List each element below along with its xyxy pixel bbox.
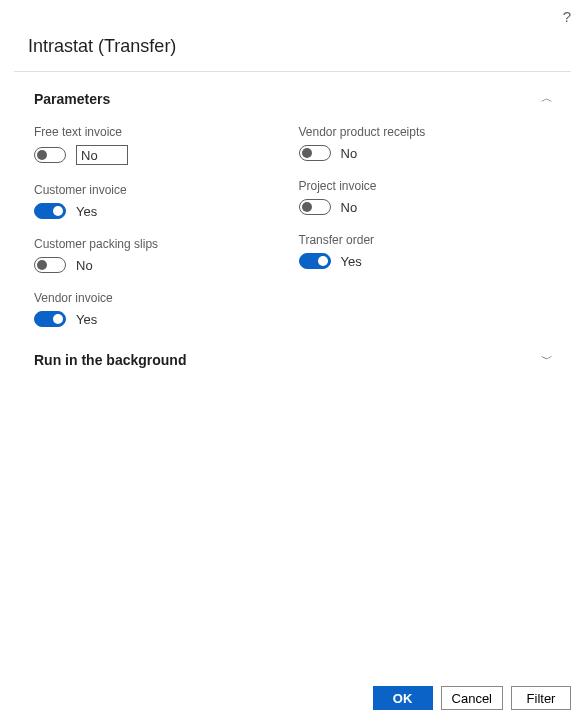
help-icon[interactable]: ? [563, 8, 571, 25]
toggle-vendor-product-receipts[interactable] [299, 145, 331, 161]
parameters-section: Parameters ︿ Free text invoice Customer … [0, 82, 585, 343]
value-project-invoice: No [341, 200, 358, 215]
dialog-footer: OK Cancel Filter [373, 680, 585, 714]
parameters-body: Free text invoice Customer invoice Yes C… [28, 115, 557, 343]
value-vendor-product-receipts: No [341, 146, 358, 161]
chevron-up-icon: ︿ [541, 90, 553, 107]
filter-button[interactable]: Filter [511, 686, 571, 710]
field-free-text-invoice: Free text invoice [34, 125, 287, 165]
toggle-vendor-invoice[interactable] [34, 311, 66, 327]
dialog-title: Intrastat (Transfer) [0, 0, 585, 71]
toggle-customer-invoice[interactable] [34, 203, 66, 219]
label-vendor-invoice: Vendor invoice [34, 291, 287, 305]
parameters-column-right: Vendor product receipts No Project invoi… [299, 125, 552, 327]
parameters-header[interactable]: Parameters ︿ [28, 82, 557, 115]
label-vendor-product-receipts: Vendor product receipts [299, 125, 552, 139]
label-project-invoice: Project invoice [299, 179, 552, 193]
parameters-title: Parameters [34, 91, 110, 107]
label-customer-packing-slips: Customer packing slips [34, 237, 287, 251]
label-transfer-order: Transfer order [299, 233, 552, 247]
run-in-background-title: Run in the background [34, 352, 186, 368]
input-free-text-invoice[interactable] [76, 145, 128, 165]
ok-button[interactable]: OK [373, 686, 433, 710]
field-customer-packing-slips: Customer packing slips No [34, 237, 287, 273]
chevron-down-icon: ﹀ [541, 351, 553, 368]
toggle-customer-packing-slips[interactable] [34, 257, 66, 273]
toggle-transfer-order[interactable] [299, 253, 331, 269]
toggle-free-text-invoice[interactable] [34, 147, 66, 163]
separator [14, 71, 571, 72]
parameters-column-left: Free text invoice Customer invoice Yes C… [34, 125, 287, 327]
value-customer-packing-slips: No [76, 258, 93, 273]
field-project-invoice: Project invoice No [299, 179, 552, 215]
field-vendor-product-receipts: Vendor product receipts No [299, 125, 552, 161]
label-customer-invoice: Customer invoice [34, 183, 287, 197]
label-free-text-invoice: Free text invoice [34, 125, 287, 139]
field-vendor-invoice: Vendor invoice Yes [34, 291, 287, 327]
value-transfer-order: Yes [341, 254, 362, 269]
run-in-background-section: Run in the background ﹀ [0, 343, 585, 376]
run-in-background-header[interactable]: Run in the background ﹀ [28, 343, 557, 376]
cancel-button[interactable]: Cancel [441, 686, 503, 710]
field-transfer-order: Transfer order Yes [299, 233, 552, 269]
value-vendor-invoice: Yes [76, 312, 97, 327]
field-customer-invoice: Customer invoice Yes [34, 183, 287, 219]
value-customer-invoice: Yes [76, 204, 97, 219]
toggle-project-invoice[interactable] [299, 199, 331, 215]
